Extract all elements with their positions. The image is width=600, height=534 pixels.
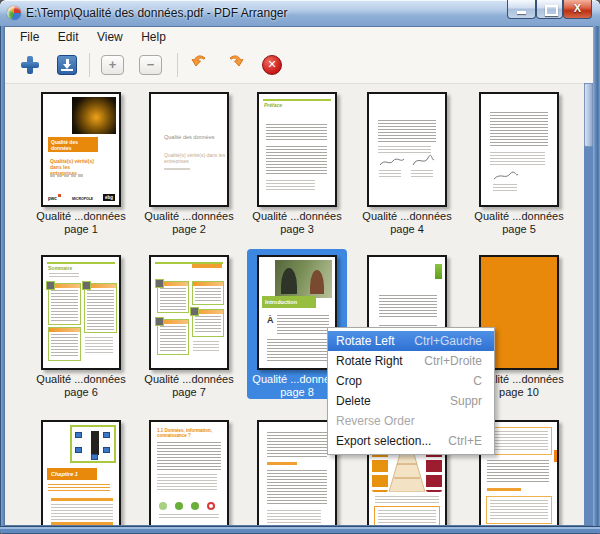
- toolbar: + − ✕: [5, 48, 593, 83]
- delete-button[interactable]: ✕: [259, 52, 285, 78]
- page-2-preview: Qualité des données Qualité(s) vérité(s)…: [149, 92, 229, 207]
- page-12-preview: 1.1 Données, information, connaissance ?: [149, 420, 229, 525]
- menu-bar: File Edit View Help: [5, 27, 593, 48]
- menu-item-rotate-right[interactable]: Rotate RightCtrl+Droite: [328, 351, 494, 371]
- signature-squiggle: [493, 170, 519, 182]
- page-11-preview: Chapitre 1: [41, 420, 121, 525]
- title-bar: E:\Temp\Qualité des données.pdf - PDF Ar…: [0, 0, 600, 26]
- cover-banner: Qualité des données: [48, 137, 98, 152]
- context-menu: Rotate LeftCtrl+Gauche Rotate RightCtrl+…: [327, 327, 495, 455]
- page-3-preview: Préface: [257, 92, 337, 207]
- thumbnail-label: Qualité ...donnéespage 7: [139, 373, 239, 399]
- zoom-out-button[interactable]: −: [138, 52, 164, 78]
- thumbnail-page-1[interactable]: Qualité des données Qualité(s) vérité(s)…: [31, 86, 131, 236]
- page-8-preview: Introduction À: [257, 255, 337, 370]
- zoom-in-button[interactable]: +: [100, 52, 126, 78]
- thumbnail-grid: Qualité des données Qualité(s) vérité(s)…: [5, 83, 585, 525]
- signature-squiggle: [379, 156, 405, 168]
- page-7-preview: [149, 255, 229, 370]
- menu-item-crop[interactable]: CropC: [328, 371, 494, 391]
- app-icon: [7, 6, 21, 20]
- thumbnail-label: Qualité ...donnéespage 2: [139, 210, 239, 236]
- thumbnail-page-3[interactable]: Préface Qualité ...donnéespage 3: [247, 86, 347, 236]
- close-icon: X: [564, 2, 591, 14]
- thumbnail-page-5[interactable]: Qualité ...donnéespage 5: [469, 86, 569, 236]
- thumbnail-label: Qualité ...donnéespage 6: [31, 373, 131, 399]
- close-button[interactable]: X: [563, 0, 592, 19]
- zoom-out-icon: −: [139, 55, 162, 75]
- intro-banner: Introduction: [262, 296, 316, 308]
- cover-image: [72, 97, 116, 134]
- diagram-node: [207, 502, 215, 510]
- diagram-node: [175, 502, 183, 510]
- save-button[interactable]: [54, 52, 80, 78]
- thumbnail-label: Qualité ...donnéespage 4: [357, 210, 457, 236]
- application-window: E:\Temp\Qualité des données.pdf - PDF Ar…: [0, 0, 600, 534]
- thumbnail-page-2[interactable]: Qualité des données Qualité(s) vérité(s)…: [139, 86, 239, 236]
- rotate-right-icon: [223, 52, 247, 76]
- thumbnail-page-4[interactable]: Qualité ...donnéespage 4: [357, 86, 457, 236]
- page-13-preview: [257, 420, 337, 525]
- menu-view[interactable]: View: [90, 27, 130, 44]
- signature-squiggle: [411, 154, 435, 168]
- maximize-icon: [545, 5, 558, 16]
- chapter-banner: Chapitre 1: [47, 468, 97, 480]
- cover-tagline: [50, 174, 84, 177]
- toolbar-separator: [177, 53, 178, 77]
- page-1-preview: Qualité des données Qualité(s) vérité(s)…: [41, 92, 121, 207]
- page-4-preview: [367, 92, 447, 207]
- intro-photo: [275, 260, 332, 298]
- menu-edit[interactable]: Edit: [51, 27, 86, 44]
- minimize-button[interactable]: [507, 0, 536, 19]
- rotate-left-icon: [188, 52, 212, 76]
- page-5-preview: [479, 92, 559, 207]
- menu-item-reverse-order: Reverse Order: [328, 411, 494, 431]
- delete-icon: ✕: [262, 55, 282, 75]
- thumbnail-label: Qualité ...donnéespage 3: [247, 210, 347, 236]
- thumbnail-page-11[interactable]: Chapitre 1: [31, 414, 131, 525]
- plus-icon: [21, 56, 39, 74]
- page-6-preview: Sommaire: [41, 255, 121, 370]
- save-icon: [57, 55, 77, 75]
- menu-item-export-selection[interactable]: Export selection...Ctrl+E: [328, 431, 494, 451]
- diagram-node: [191, 502, 199, 510]
- menu-help[interactable]: Help: [134, 27, 173, 44]
- thumbnail-label: Qualité ...donnéespage 1: [31, 210, 131, 236]
- toolbar-separator: [89, 53, 90, 77]
- window-title: E:\Temp\Qualité des données.pdf - PDF Ar…: [26, 6, 287, 20]
- thumbnail-label: Qualité ...donnéespage 5: [469, 210, 569, 236]
- maximize-button[interactable]: [536, 0, 563, 19]
- menu-item-rotate-left[interactable]: Rotate LeftCtrl+Gauche: [328, 331, 494, 351]
- thumbnail-page-12[interactable]: 1.1 Données, information, connaissance ?: [139, 414, 239, 525]
- scrollbar-thumb[interactable]: [584, 83, 593, 147]
- diagram-node: [159, 502, 167, 510]
- menu-item-delete[interactable]: DeleteSuppr: [328, 391, 494, 411]
- window-border: [593, 26, 600, 534]
- thumbnail-page-7[interactable]: Qualité ...donnéespage 7: [139, 249, 239, 399]
- minimize-icon: [517, 11, 526, 14]
- orange-tab: [554, 450, 557, 462]
- window-border: [0, 26, 4, 534]
- cover-logos: pwc MICROPOLE ebg: [48, 192, 115, 201]
- rotate-right-button[interactable]: [223, 52, 249, 78]
- client-area: File Edit View Help + −: [4, 26, 593, 526]
- window-border: [0, 526, 600, 534]
- vertical-scrollbar[interactable]: [584, 83, 593, 525]
- rotate-left-button[interactable]: [188, 52, 214, 78]
- add-pdf-button[interactable]: [17, 52, 43, 78]
- chapter-image: [70, 425, 116, 463]
- menu-file[interactable]: File: [13, 27, 46, 44]
- thumbnail-page-6[interactable]: Sommaire Qualité ...donnéespage 6: [31, 249, 131, 399]
- zoom-in-icon: +: [101, 55, 124, 75]
